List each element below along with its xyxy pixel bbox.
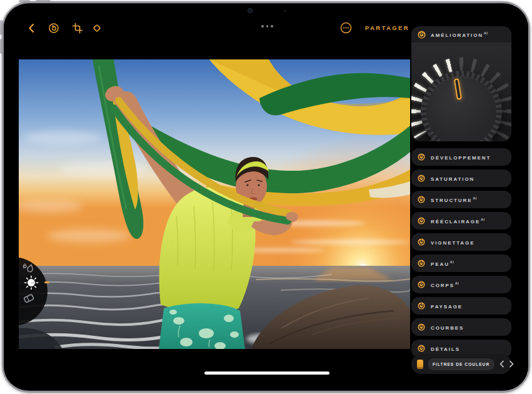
power-icon[interactable] [418,174,425,182]
enhance-card: AMÉLIORATIONAI [411,26,511,141]
power-icon[interactable] [418,323,425,331]
color-filter-icon[interactable] [417,360,423,369]
enhance-label: AMÉLIORATIONAI [431,31,488,38]
tool-row-saturation[interactable]: SATURATION [411,169,511,187]
power-icon[interactable] [418,153,425,161]
light-dial-icon[interactable] [24,275,39,290]
tool-row-reeclairage[interactable]: RÉÉCLAIRAGEAI [411,212,511,230]
color-filters-button[interactable]: FILTRES DE COULEUR [428,358,494,370]
power-icon[interactable] [418,281,425,288]
crop-icon [72,23,83,34]
more-options-button[interactable] [340,22,352,34]
power-icon[interactable] [418,345,425,352]
repair-icon[interactable] [22,291,36,305]
power-icon[interactable] [418,238,425,246]
home-indicator[interactable] [204,371,329,375]
camera-sensor-dot [284,10,286,12]
multitasking-dots-icon[interactable] [261,25,273,28]
tool-row-paysage[interactable]: PAYSAGE [411,297,511,315]
screen: PARTAGER [4,4,528,390]
tool-row-structure[interactable]: STRUCTUREAI [411,191,511,208]
power-icon[interactable] [418,196,425,203]
crop-button[interactable] [72,23,83,34]
tool-row-peau[interactable]: PEAUAI [411,255,511,272]
enhance-knob-face[interactable] [426,76,496,141]
tool-wheel-active-marker [44,281,49,283]
enhance-sup: AI [484,31,488,35]
tool-list: DÉVELOPPEMENT SATURATION STRUCTUREAI RÉÉ… [411,148,511,357]
power-icon[interactable] [418,260,425,267]
back-button[interactable] [26,23,38,34]
chevron-left-icon [26,23,38,34]
white-balance-icon[interactable] [21,261,35,275]
chevron-left-icon [499,360,504,368]
next-filter-button[interactable] [509,360,514,368]
tool-row-corps[interactable]: CORPSAI [411,276,511,293]
revert-arrow-circle-icon [48,23,59,34]
power-icon[interactable] [418,302,425,310]
tool-row-developpement[interactable]: DÉVELOPPEMENT [411,148,511,166]
enhance-header[interactable]: AMÉLIORATIONAI [411,26,511,43]
tool-row-vignettage[interactable]: VIGNETTAGE [411,233,511,251]
enhance-knob-zone [411,43,511,141]
tool-row-courbes[interactable]: COURBES [411,318,511,336]
chevron-right-icon [509,360,514,368]
power-icon[interactable] [418,31,426,39]
photo-artwork [19,59,410,349]
prev-filter-button[interactable] [499,360,504,368]
filters-bar: FILTRES DE COULEUR [411,354,511,374]
photo-canvas [19,59,410,349]
ipad-mockup: PARTAGER [0,0,532,394]
front-camera [248,8,253,13]
ellipsis-circle-icon [340,22,352,34]
retouch-button[interactable] [91,23,103,34]
revert-button[interactable] [48,23,59,34]
heal-diamond-icon [91,23,103,34]
share-button[interactable]: PARTAGER [365,24,409,31]
power-icon[interactable] [418,217,425,225]
